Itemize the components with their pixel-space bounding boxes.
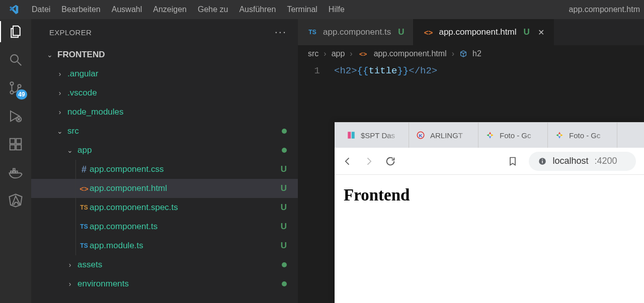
page-heading: Frontend — [344, 186, 635, 205]
activity-run[interactable] — [0, 109, 31, 124]
activity-explorer[interactable] — [0, 24, 31, 39]
tree-file-app-component-css[interactable]: # app.component.css U — [31, 160, 298, 179]
breadcrumbs[interactable]: src › app › <> app.component.html › h2 — [298, 45, 644, 62]
angular-icon — [8, 193, 23, 208]
editor-tabs: TS app.component.ts U <> app.component.h… — [298, 19, 644, 45]
file-tree: ⌄ FRONTEND › .angular › .vscode › node_m… — [31, 45, 298, 293]
crumb-symbol[interactable]: h2 — [472, 49, 481, 58]
tree-folder-nodemodules[interactable]: › node_modules — [31, 103, 298, 122]
chevron-right-icon: › — [350, 49, 352, 58]
browser-toolbar: localhost:4200 — [335, 148, 644, 175]
run-debug-icon — [8, 109, 23, 124]
tab-app-component-html[interactable]: <> app.component.html U ✕ — [414, 19, 553, 45]
tree-item-label: node_modules — [67, 107, 124, 117]
tree-item-label: app.module.ts — [90, 241, 143, 251]
crumb-file[interactable]: app.component.html — [374, 49, 447, 58]
symbol-icon — [459, 50, 467, 58]
tree-folder-environments[interactable]: › environments — [31, 274, 298, 293]
title-bar: Datei Bearbeiten Auswahl Anzeigen Gehe z… — [0, 0, 644, 19]
explorer-more-icon[interactable]: ··· — [275, 26, 287, 39]
crumb-src[interactable]: src — [308, 49, 318, 58]
tree-folder-src[interactable]: ⌄ src — [31, 122, 298, 141]
activity-angular[interactable] — [0, 193, 31, 208]
chevron-down-icon: ⌄ — [55, 127, 64, 135]
url-port: :4200 — [595, 156, 617, 166]
chevron-down-icon: ⌄ — [65, 146, 74, 154]
tree-root[interactable]: ⌄ FRONTEND — [31, 45, 298, 64]
menu-datei[interactable]: Datei — [26, 0, 56, 19]
git-untracked-badge: U — [281, 183, 287, 193]
menu-bearbeiten[interactable]: Bearbeiten — [56, 0, 106, 19]
back-icon[interactable] — [343, 156, 353, 166]
menu-ausfuehren[interactable]: Ausführen — [233, 0, 281, 19]
tree-file-app-component-spec[interactable]: TS app.component.spec.ts U — [31, 198, 298, 217]
crumb-app[interactable]: app — [332, 49, 345, 58]
svg-point-3 — [18, 84, 21, 87]
tree-item-label: app.component.css — [90, 164, 164, 174]
url-host: localhost — [553, 156, 589, 166]
ts-file-icon: TS — [307, 28, 318, 37]
browser-tab[interactable]: Foto - Gc — [478, 123, 548, 148]
html-file-icon: <> — [423, 28, 434, 37]
browser-tab[interactable]: $SPT Das — [340, 123, 409, 148]
tree-item-label: .vscode — [67, 88, 97, 98]
tree-item-label: src — [67, 126, 79, 136]
tree-file-app-component-ts[interactable]: TS app.component.ts U — [31, 217, 298, 236]
activity-search[interactable] — [0, 52, 31, 67]
tree-folder-assets[interactable]: › assets — [31, 255, 298, 274]
browser-tab-label: ARLINGT — [430, 131, 471, 140]
browser-tabs: $SPT Das K ARLINGT Foto - Gc Foto - Gc — [335, 123, 644, 148]
svg-point-2 — [10, 91, 13, 94]
tree-file-app-component-html[interactable]: <> app.component.html U — [31, 179, 298, 198]
browser-tab[interactable]: Foto - Gc — [548, 123, 617, 148]
browser-window: $SPT Das K ARLINGT Foto - Gc Foto - Gc l… — [335, 122, 644, 303]
browser-tab-label: Foto - Gc — [569, 131, 610, 140]
svg-point-1 — [10, 82, 13, 85]
reload-icon[interactable] — [385, 156, 396, 167]
menu-terminal[interactable]: Terminal — [281, 0, 323, 19]
code-token: </h2> — [409, 65, 437, 76]
activity-docker[interactable] — [0, 165, 31, 180]
git-modified-dot-icon — [282, 148, 287, 153]
tree-folder-vscode[interactable]: › .vscode — [31, 83, 298, 103]
code-editor[interactable]: 1<h2>{{title}}</h2> — [298, 62, 644, 76]
menu-gehezu[interactable]: Gehe zu — [192, 0, 233, 19]
activity-scm[interactable]: 49 — [0, 80, 31, 95]
address-bar[interactable]: localhost:4200 — [529, 152, 636, 171]
chevron-right-icon: › — [55, 70, 64, 78]
explorer-header: EXPLORER ··· — [31, 19, 298, 45]
tree-item-label: app.component.ts — [90, 222, 157, 232]
browser-tab[interactable]: K ARLINGT — [409, 123, 478, 148]
tree-item-label: assets — [77, 260, 102, 270]
menu-anzeigen[interactable]: Anzeigen — [147, 0, 192, 19]
git-modified-dot-icon — [282, 281, 287, 286]
css-file-icon: # — [78, 165, 90, 174]
sidebar-explorer: EXPLORER ··· ⌄ FRONTEND › .angular › .vs… — [31, 19, 298, 303]
chevron-right-icon: › — [55, 89, 64, 97]
menu-hilfe[interactable]: Hilfe — [323, 0, 350, 19]
html-file-icon: <> — [78, 184, 90, 193]
menu-auswahl[interactable]: Auswahl — [106, 0, 147, 19]
favicon-icon — [555, 131, 564, 140]
svg-rect-7 — [16, 145, 21, 150]
favicon-icon — [486, 131, 495, 140]
git-untracked-badge: U — [281, 164, 287, 174]
explorer-title: EXPLORER — [49, 28, 92, 37]
forward-icon[interactable] — [364, 156, 374, 166]
ts-file-icon: TS — [78, 222, 90, 231]
close-icon[interactable]: ✕ — [538, 28, 544, 37]
tree-item-label: app.component.html — [90, 183, 167, 193]
tree-folder-angular[interactable]: › .angular — [31, 64, 298, 83]
tree-file-app-module-ts[interactable]: TS app.module.ts U — [31, 236, 298, 255]
ts-file-icon: TS — [78, 241, 90, 250]
browser-tab-label: Foto - Gc — [500, 131, 540, 140]
tree-folder-app[interactable]: ⌄ app — [31, 141, 298, 160]
tree-root-label: FRONTEND — [57, 50, 105, 60]
files-icon — [8, 24, 23, 39]
tab-app-component-ts[interactable]: TS app.component.ts U — [298, 19, 414, 45]
info-icon — [538, 157, 547, 166]
html-file-icon: <> — [358, 49, 369, 58]
bookmark-icon[interactable] — [508, 156, 518, 166]
activity-extensions[interactable] — [0, 137, 31, 152]
svg-rect-8 — [16, 139, 21, 144]
